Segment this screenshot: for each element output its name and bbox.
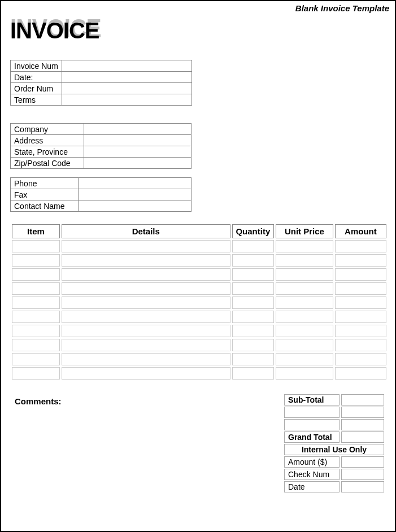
cell-amount[interactable] (335, 268, 386, 281)
cell-qty[interactable] (232, 254, 275, 267)
internal-use-header: Internal Use Only (284, 444, 384, 455)
cell-price[interactable] (276, 325, 333, 337)
cell-qty[interactable] (232, 311, 275, 323)
cell-item[interactable] (12, 282, 60, 295)
value-invoice-num[interactable] (62, 60, 192, 72)
label-zip: Zip/Postal Code (11, 158, 84, 169)
cell-amount[interactable] (335, 367, 386, 380)
cell-qty[interactable] (232, 353, 275, 365)
totals-table: Sub-Total Grand Total Internal Use Only … (282, 393, 386, 494)
cell-details[interactable] (62, 367, 230, 380)
value-extra2[interactable] (341, 419, 384, 430)
label-address: Address (11, 135, 84, 146)
cell-amount[interactable] (335, 254, 386, 267)
cell-qty[interactable] (232, 268, 275, 281)
item-row (12, 240, 386, 252)
cell-price[interactable] (276, 339, 333, 351)
value-subtotal[interactable] (341, 394, 384, 405)
header-item: Item (12, 224, 60, 238)
value-address[interactable] (84, 135, 192, 146)
row-phone: Phone (11, 178, 192, 189)
label-internal-date: Date (284, 481, 340, 492)
cell-item[interactable] (12, 367, 60, 380)
cell-price[interactable] (276, 282, 333, 295)
value-grandtotal[interactable] (341, 431, 384, 443)
value-contact-name[interactable] (79, 200, 192, 212)
cell-amount[interactable] (335, 311, 386, 323)
cell-price[interactable] (276, 353, 333, 365)
cell-item[interactable] (12, 353, 60, 365)
value-company[interactable] (84, 124, 192, 135)
header-quantity: Quantity (232, 224, 275, 238)
cell-details[interactable] (62, 339, 230, 351)
label-internal-check: Check Num (284, 469, 340, 480)
cell-item[interactable] (12, 325, 60, 337)
cell-price[interactable] (276, 268, 333, 281)
cell-qty[interactable] (232, 240, 275, 252)
cell-details[interactable] (62, 325, 230, 337)
cell-details[interactable] (62, 268, 230, 281)
cell-details[interactable] (62, 311, 230, 323)
cell-item[interactable] (12, 254, 60, 267)
cell-details[interactable] (62, 254, 230, 267)
cell-price[interactable] (276, 311, 333, 323)
cell-item[interactable] (12, 296, 60, 309)
cell-qty[interactable] (232, 325, 275, 337)
cell-price[interactable] (276, 240, 333, 252)
cell-item[interactable] (12, 339, 60, 351)
value-internal-date[interactable] (341, 481, 384, 492)
label-extra1[interactable] (284, 407, 340, 418)
template-label: Blank Invoice Template (295, 3, 389, 13)
cell-item[interactable] (12, 240, 60, 252)
value-terms[interactable] (62, 94, 192, 106)
cell-amount[interactable] (335, 240, 386, 252)
label-terms: Terms (11, 94, 62, 106)
value-order-num[interactable] (62, 83, 192, 94)
row-date: Date: (11, 72, 192, 83)
row-extra1 (284, 407, 384, 418)
value-fax[interactable] (79, 189, 192, 200)
item-row (12, 268, 386, 281)
row-internal-header: Internal Use Only (284, 444, 384, 455)
cell-amount[interactable] (335, 282, 386, 295)
value-phone[interactable] (79, 178, 192, 189)
item-row (12, 353, 386, 365)
cell-details[interactable] (62, 282, 230, 295)
row-company: Company (11, 124, 192, 135)
row-subtotal: Sub-Total (284, 394, 384, 405)
cell-qty[interactable] (232, 296, 275, 309)
row-internal-amount: Amount ($) (284, 456, 384, 468)
cell-price[interactable] (276, 296, 333, 309)
value-internal-check[interactable] (341, 469, 384, 480)
cell-details[interactable] (62, 353, 230, 365)
row-internal-check: Check Num (284, 469, 384, 480)
value-extra1[interactable] (341, 407, 384, 418)
cell-amount[interactable] (335, 353, 386, 365)
cell-price[interactable] (276, 367, 333, 380)
cell-item[interactable] (12, 268, 60, 281)
value-zip[interactable] (84, 158, 192, 169)
label-order-num: Order Num (11, 83, 62, 94)
invoice-page: Blank Invoice Template INVOICE INVOICE I… (0, 0, 396, 532)
label-extra2[interactable] (284, 419, 340, 430)
row-internal-date: Date (284, 481, 384, 492)
value-internal-amount[interactable] (341, 456, 384, 468)
invoice-title: INVOICE INVOICE (10, 19, 99, 42)
cell-qty[interactable] (232, 282, 275, 295)
label-invoice-num: Invoice Num (11, 60, 62, 72)
comments-area[interactable]: Comments: (10, 393, 278, 522)
item-row (12, 367, 386, 380)
item-row (12, 339, 386, 351)
item-row (12, 325, 386, 337)
cell-amount[interactable] (335, 325, 386, 337)
cell-qty[interactable] (232, 367, 275, 380)
value-state[interactable] (84, 146, 192, 158)
value-date[interactable] (62, 72, 192, 83)
cell-amount[interactable] (335, 339, 386, 351)
cell-qty[interactable] (232, 339, 275, 351)
cell-details[interactable] (62, 296, 230, 309)
cell-amount[interactable] (335, 296, 386, 309)
cell-price[interactable] (276, 254, 333, 267)
cell-item[interactable] (12, 311, 60, 323)
cell-details[interactable] (62, 240, 230, 252)
